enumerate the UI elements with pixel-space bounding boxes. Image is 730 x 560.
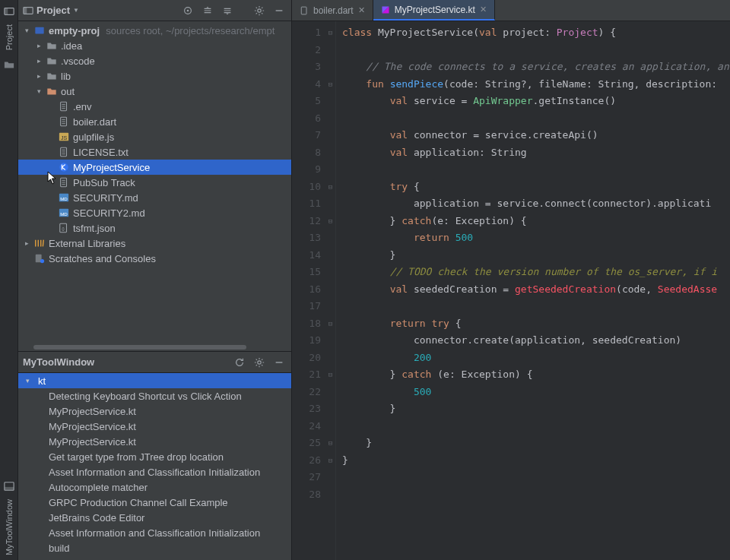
mytoolwindow-list[interactable]: ▾ kt Detecting Keyboard Shortcut vs Clic…: [18, 373, 291, 560]
project-tree[interactable]: ▾ empty-proj sources root, ~/projects/re…: [18, 21, 291, 343]
project-title-dropdown[interactable]: Project ▼: [23, 5, 79, 16]
locate-icon[interactable]: [180, 3, 195, 18]
chevron-right-icon[interactable]: ▸: [35, 42, 43, 49]
chevron-right-icon[interactable]: ▸: [35, 72, 43, 80]
fold-toggle[interactable]: ⊟: [325, 315, 335, 333]
list-item[interactable]: build: [18, 540, 291, 555]
stripe-label-project[interactable]: Project: [5, 20, 14, 55]
code-line[interactable]: connector.create(application, seededCrea…: [342, 332, 730, 350]
chevron-right-icon[interactable]: ▸: [23, 239, 30, 247]
chevron-right-icon[interactable]: ▸: [35, 57, 43, 65]
gear-icon[interactable]: [252, 355, 267, 370]
chevron-down-icon[interactable]: ▾: [26, 377, 35, 384]
tree-item--env[interactable]: ▸.env: [18, 99, 291, 114]
code-line[interactable]: val seededCreation = getSeededCreation(c…: [342, 281, 730, 299]
code-line[interactable]: fun sendPiece(code: String?, fileName: S…: [342, 76, 730, 93]
list-item-label: MyProjectService.kt: [49, 436, 136, 448]
code-line[interactable]: } catch (e: Exception) {: [342, 366, 730, 384]
fold-toggle[interactable]: ⊟: [325, 213, 335, 230]
scratches-consoles[interactable]: ▸ Scratches and Consoles: [18, 251, 291, 266]
code-line[interactable]: }: [342, 452, 730, 470]
list-root-kt[interactable]: ▾ kt: [18, 373, 291, 388]
tree-item-security-md[interactable]: ▸MDSECURITY.md: [18, 190, 291, 205]
chevron-down-icon[interactable]: ▾: [35, 87, 43, 95]
hide-icon[interactable]: [271, 355, 287, 370]
list-item[interactable]: GRPC Production Channel Call Example: [18, 495, 291, 510]
code-line[interactable]: return try {: [342, 315, 730, 333]
code-line[interactable]: [342, 110, 730, 128]
tree-item-security2-md[interactable]: ▸MDSECURITY2.md: [18, 205, 291, 220]
code-line[interactable]: 200: [342, 350, 730, 367]
list-item[interactable]: JetBrains Code Editor: [18, 510, 291, 525]
list-item-label: MyProjectService.kt: [49, 421, 136, 432]
code-line[interactable]: 500: [342, 384, 730, 401]
fold-toggle[interactable]: ⊟: [325, 452, 335, 470]
tree-item--idea[interactable]: ▸.idea: [18, 38, 291, 53]
tree-item-tsfmt-json[interactable]: ▸{}tsfmt.json: [18, 220, 291, 236]
code-line[interactable]: try {: [342, 179, 730, 196]
code-line[interactable]: } catch(e: Exception) {: [342, 213, 730, 230]
code-line[interactable]: application = service.connect(connector)…: [342, 195, 730, 213]
code-line[interactable]: val application: String: [342, 144, 730, 162]
code-line[interactable]: [342, 161, 730, 179]
code-line[interactable]: val service = ApiWrapper.getInstance(): [342, 93, 730, 110]
code-line[interactable]: [342, 418, 730, 435]
tree-item-boiler-dart[interactable]: ▸boiler.dart: [18, 114, 291, 129]
tree-item-license-txt[interactable]: ▸LICENSE.txt: [18, 144, 291, 160]
svg-rect-26: [301, 7, 306, 14]
code-line[interactable]: [342, 298, 730, 315]
tree-item--vscode[interactable]: ▸.vscode: [18, 53, 291, 68]
code-line[interactable]: }: [342, 435, 730, 452]
tree-item-gulpfile-js[interactable]: ▸JSgulpfile.js: [18, 129, 291, 144]
editor-tab-myprojectservice-kt[interactable]: MyProjectService.kt✕: [373, 0, 495, 21]
fold-toggle[interactable]: ⊟: [325, 76, 335, 93]
external-libraries[interactable]: ▸ External Libraries: [18, 236, 291, 251]
code-line[interactable]: [342, 486, 730, 504]
project-stripe-icon[interactable]: [4, 6, 14, 17]
refresh-icon[interactable]: [232, 355, 247, 370]
fold-toggle[interactable]: ⊟: [325, 24, 335, 42]
hide-icon[interactable]: [271, 3, 287, 18]
list-item[interactable]: Asset Information and Classification Ini…: [18, 464, 291, 479]
svg-rect-1: [4, 8, 7, 15]
list-item[interactable]: Autocomplete matcher: [18, 479, 291, 495]
code-line[interactable]: // TODO check the version number of the …: [342, 264, 730, 281]
code-line[interactable]: [342, 469, 730, 486]
list-item[interactable]: MyProjectService.kt: [18, 419, 291, 434]
close-icon[interactable]: ✕: [358, 5, 365, 15]
gear-icon[interactable]: [252, 3, 267, 18]
list-item[interactable]: Get target type from JTree drop location: [18, 449, 291, 464]
expand-all-icon[interactable]: [200, 3, 215, 18]
toolwindow-stripe-icon[interactable]: [4, 481, 14, 492]
list-item[interactable]: MyProjectService.kt: [18, 434, 291, 449]
svg-rect-9: [35, 27, 43, 34]
chevron-down-icon[interactable]: ▾: [23, 27, 30, 34]
tree-item-lib[interactable]: ▸lib: [18, 68, 291, 84]
tree-item-out[interactable]: ▾out: [18, 84, 291, 99]
list-item[interactable]: Detecting Keyboard Shortcut vs Click Act…: [18, 388, 291, 403]
project-root[interactable]: ▾ empty-proj sources root, ~/projects/re…: [18, 23, 291, 38]
code-line[interactable]: val connector = service.createApi(): [342, 127, 730, 144]
fold-toggle[interactable]: ⊟: [325, 179, 335, 196]
close-icon[interactable]: ✕: [480, 5, 487, 14]
code-lines[interactable]: class MyProjectService(val project: Proj…: [336, 21, 730, 560]
folder-stripe-icon[interactable]: [4, 59, 14, 70]
code-line[interactable]: class MyProjectService(val project: Proj…: [342, 24, 730, 42]
fold-toggle[interactable]: ⊟: [325, 435, 335, 452]
tree-item-pubsub-track[interactable]: ▸PubSub Track: [18, 175, 291, 190]
list-item[interactable]: Asset Information and Classification Ini…: [18, 525, 291, 540]
code-line[interactable]: }: [342, 400, 730, 418]
fold-strip[interactable]: ⊟⊟⊟⊟⊟⊟⊟⊟: [325, 21, 336, 560]
code-line[interactable]: // The code connects to a service, creat…: [342, 59, 730, 76]
stripe-label-mytoolwindow[interactable]: MyToolWindow: [5, 495, 14, 560]
editor-tab-boiler-dart[interactable]: boiler.dart✕: [292, 0, 373, 21]
collapse-all-icon[interactable]: [220, 3, 235, 18]
code-line[interactable]: [342, 42, 730, 59]
tree-item-myprojectservice[interactable]: ▸MyProjectService: [18, 160, 291, 175]
horizontal-scrollbar[interactable]: [18, 343, 291, 351]
fold-toggle[interactable]: ⊟: [325, 366, 335, 384]
code-editor[interactable]: 1234567891011121314151617181920212223242…: [292, 21, 730, 560]
code-line[interactable]: return 500: [342, 229, 730, 247]
code-line[interactable]: }: [342, 247, 730, 264]
list-item[interactable]: MyProjectService.kt: [18, 403, 291, 419]
